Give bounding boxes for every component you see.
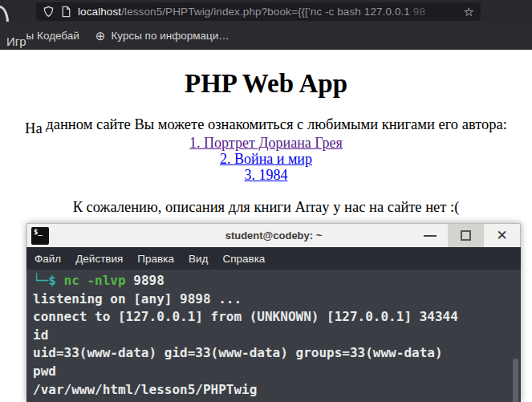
- terminal-output[interactable]: └─$ nc -nlvp 9898 listening on [any] 989…: [26, 270, 521, 402]
- bookmark-label: ы Кодебай: [26, 30, 79, 42]
- browser-toolbar: localhost/lesson5/PHPTwig/index.php?book…: [0, 0, 532, 22]
- page-title: PHP Web App: [0, 69, 532, 99]
- shield-icon[interactable]: [43, 6, 55, 18]
- intro-rest: данном сайте Вы можете ознакомиться с лю…: [43, 116, 507, 132]
- terminal-window: $_ student@codeby: ~ ✕ Файл Действия Пра…: [26, 223, 521, 402]
- globe-icon: ⊕: [95, 29, 106, 43]
- url-path: /lesson5/PHPTwig/index.php?book={{['nc -…: [121, 6, 413, 18]
- bookmark-label: Курсы по информаци…: [111, 30, 229, 42]
- terminal-output-line: pwd: [33, 363, 521, 381]
- command-text: nc -nlvp: [56, 273, 126, 288]
- intro-text: На данном сайте Вы можете ознакомиться с…: [0, 116, 532, 133]
- page-icon[interactable]: [60, 6, 72, 18]
- not-found-text: К сожалению, описания для книги Array у …: [0, 199, 532, 216]
- terminal-output-line: connect to [127.0.0.1] from (UNKNOWN) [1…: [33, 308, 521, 327]
- terminal-output-line: id: [33, 327, 521, 345]
- terminal-output-line: uid=33(www-data) gid=33(www-data) groups…: [33, 344, 521, 363]
- bookmark-item-games[interactable]: Игры Кодебай: [6, 29, 79, 43]
- terminal-output-line: ^C: [33, 399, 521, 402]
- menu-file[interactable]: Файл: [35, 253, 61, 265]
- address-bar[interactable]: localhost/lesson5/PHPTwig/index.php?book…: [36, 2, 481, 21]
- book-link-1984[interactable]: 3. 1984: [0, 167, 532, 183]
- menu-view[interactable]: Вид: [189, 253, 208, 265]
- intro-prefix: На: [25, 120, 43, 136]
- url-clipped-tail: 98: [413, 6, 425, 18]
- terminal-output-line: /var/www/html/lesson5/PHPTwig: [33, 381, 521, 400]
- book-link-dorian-gray[interactable]: 1. Портрет Дориана Грея: [0, 135, 532, 151]
- terminal-scrollbar[interactable]: [513, 359, 518, 402]
- menu-actions[interactable]: Действия: [75, 253, 123, 265]
- terminal-titlebar[interactable]: $_ student@codeby: ~ ✕: [26, 223, 521, 247]
- bookmark-star-icon[interactable]: ☆: [464, 6, 474, 18]
- url-text[interactable]: localhost/lesson5/PHPTwig/index.php?book…: [78, 6, 459, 18]
- terminal-output-line: listening on [any] 9898 ...: [33, 290, 521, 309]
- terminal-menubar: Файл Действия Правка Вид Справка: [26, 247, 521, 270]
- bookmark-item-courses[interactable]: Курсы по информаци…: [111, 30, 229, 42]
- book-link-list: 1. Портрет Дориана Грея 2. Война и мир 3…: [0, 135, 532, 183]
- shell-prompt: └─$: [33, 273, 56, 288]
- bookmark-label-prefix: Игр: [6, 35, 26, 48]
- command-arg: 9898: [126, 273, 164, 288]
- url-host: localhost: [78, 6, 121, 18]
- terminal-window-title: student@codeby: ~: [27, 229, 520, 242]
- menu-help[interactable]: Справка: [222, 253, 265, 265]
- bookmarks-bar: Игры Кодебай ⊕ Курсы по информаци…: [0, 22, 532, 50]
- terminal-prompt-line: └─$ nc -nlvp 9898: [33, 272, 521, 290]
- book-link-war-and-peace[interactable]: 2. Война и мир: [0, 151, 532, 167]
- menu-edit[interactable]: Правка: [137, 253, 174, 265]
